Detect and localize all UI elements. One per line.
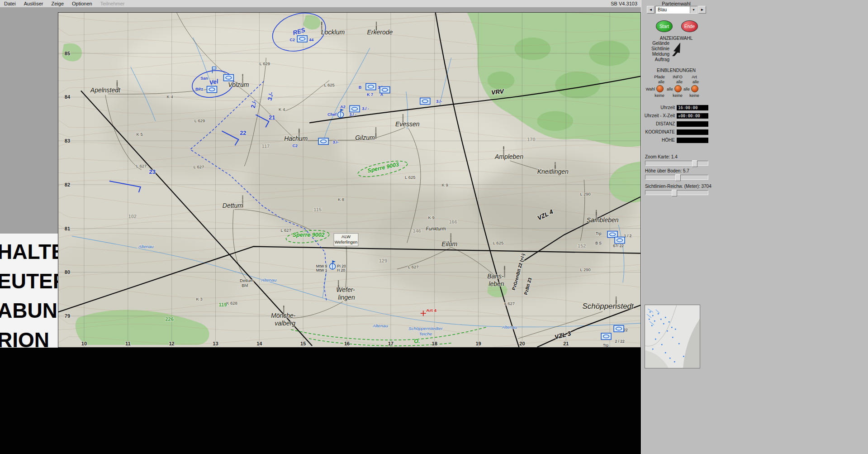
anzeige-sichtlinie[interactable]: Sichtlinie: [641, 46, 669, 52]
hoehe-value: [677, 138, 708, 143]
einb-bottom-label: keine: [688, 93, 700, 98]
map-label: 115: [313, 207, 322, 212]
map-label: Volzum: [228, 81, 249, 88]
svg-text:20: 20: [519, 341, 525, 346]
map-label: 1./ 2.: [624, 234, 633, 238]
map-label: K 5: [137, 132, 143, 137]
unit-symbol-armor[interactable]: [380, 87, 390, 93]
anzeige-gelaende[interactable]: Gelände: [641, 41, 669, 46]
unit-symbol-armor[interactable]: [615, 237, 625, 244]
map-label: Sambleben: [587, 216, 619, 224]
party-prev-button[interactable]: ◄: [647, 6, 655, 14]
unit-symbol-armor[interactable]: [420, 98, 430, 104]
zoom-slider[interactable]: [645, 161, 708, 166]
map-label: 23: [149, 168, 155, 175]
map-label: Kneitlingen: [537, 168, 569, 175]
unit-symbol-armor[interactable]: [318, 138, 328, 144]
svg-text:85: 85: [65, 51, 70, 56]
map-label: L 627: [136, 163, 147, 168]
background-text-line: EUTER: [0, 267, 58, 296]
map-label: L 625: [493, 240, 503, 245]
map-label: Bans-: [487, 272, 504, 280]
map-label: A2: [340, 105, 345, 109]
map-label: 22: [240, 129, 246, 136]
svg-text:12: 12: [169, 341, 175, 346]
koordinate-value: [677, 129, 708, 135]
ende-button[interactable]: Ende: [681, 20, 698, 32]
zoom-slider-thumb[interactable]: [692, 160, 697, 167]
menu-teilnehmer: Teilnehmer: [96, 0, 129, 7]
map-label: 44: [309, 38, 313, 42]
art-knob[interactable]: [691, 85, 698, 92]
anzeige-auftrag[interactable]: Auftrag: [641, 57, 669, 62]
map-label: Apelnstedt: [90, 86, 121, 94]
menu-ausloeser[interactable]: Auslöser: [20, 0, 47, 7]
map-label: Altenau: [502, 325, 517, 330]
xzeit-value: +00:00:00: [677, 113, 708, 119]
einb-left-label: alle: [664, 87, 673, 91]
map-label: Funkturm: [426, 226, 446, 231]
map-label: Schöppenstedter: [408, 326, 443, 331]
distanz-value: [677, 121, 708, 127]
unit-symbol-armor[interactable]: [607, 231, 617, 238]
menu-optionen[interactable]: Optionen: [68, 0, 96, 7]
menu-zeige[interactable]: Zeige: [47, 0, 68, 7]
unit-symbol-armor[interactable]: [223, 75, 233, 81]
los-slider-thumb[interactable]: [672, 190, 677, 196]
anzeige-meldung[interactable]: Meldung: [641, 52, 669, 57]
map-label: Dettum: [240, 278, 254, 283]
map-label: 67/ 22: [613, 244, 624, 248]
map-label: Trp: [596, 231, 602, 236]
einb-left-label: alle: [681, 87, 690, 91]
height-slider[interactable]: [645, 175, 708, 180]
svg-text:79: 79: [65, 313, 70, 319]
menu-datei[interactable]: Datei: [0, 0, 20, 7]
einb-bottom-label: keine: [671, 93, 684, 98]
application-window: Datei Auslöser Zeige Optionen Teilnehmer…: [0, 0, 868, 454]
overview-minimap[interactable]: [645, 305, 700, 368]
map-label: 2 / 22: [615, 339, 624, 344]
unit-symbol-armor[interactable]: [350, 105, 360, 112]
unit-symbol-armor[interactable]: [366, 84, 376, 90]
svg-text:81: 81: [65, 226, 70, 231]
map-label: 166: [449, 219, 457, 225]
svg-text:10: 10: [81, 341, 87, 346]
map-label: Art 4: [426, 308, 436, 313]
map-label: Trp: [603, 343, 609, 347]
background-text-line: RION: [0, 325, 58, 348]
map-label: Mönche-: [271, 312, 296, 319]
unit-symbol-armor[interactable]: [297, 36, 307, 42]
unit-symbol-armor[interactable]: [601, 333, 611, 339]
map-label: K 3: [196, 296, 202, 301]
height-value: 5.7: [683, 168, 689, 173]
map-label: 21: [269, 114, 275, 121]
map-label: L 629: [194, 118, 205, 123]
height-slider-thumb[interactable]: [675, 174, 681, 181]
map-label: Chef: [327, 112, 337, 117]
unit-symbol-armor[interactable]: [614, 325, 624, 332]
party-next-button[interactable]: ►: [698, 6, 706, 14]
svg-text:82: 82: [65, 182, 70, 187]
map-label: L 627: [504, 301, 515, 306]
party-select[interactable]: Blau ▼: [655, 6, 697, 14]
map-label: 117: [261, 143, 270, 149]
uhrzeit-value: 16:00:00: [677, 105, 708, 110]
start-button[interactable]: Start: [656, 20, 673, 32]
version-label: SB V4.3103: [611, 1, 641, 6]
map-label: L 625: [324, 82, 334, 87]
einb-col-info: INFO: [671, 75, 684, 79]
info-knob[interactable]: [674, 85, 682, 92]
svg-text:84: 84: [65, 94, 71, 100]
xzeit-label: Uhrzeit - X-Zeit: [641, 113, 675, 118]
einb-col-art: Art: [688, 75, 700, 79]
los-slider[interactable]: [645, 190, 708, 195]
svg-text:18: 18: [432, 341, 437, 346]
map-label: leben: [489, 280, 504, 287]
dropdown-arrow-icon[interactable]: ▼: [690, 6, 697, 13]
unit-symbol-armor[interactable]: [207, 86, 217, 93]
einb-top-label: alle: [656, 80, 667, 84]
pfade-knob[interactable]: [656, 85, 664, 92]
tactical-map[interactable]: 85848382818079101112131415161718192021 L…: [58, 13, 640, 347]
cursor-icon: [670, 42, 682, 57]
map-canvas[interactable]: 85848382818079101112131415161718192021 L…: [58, 12, 641, 348]
